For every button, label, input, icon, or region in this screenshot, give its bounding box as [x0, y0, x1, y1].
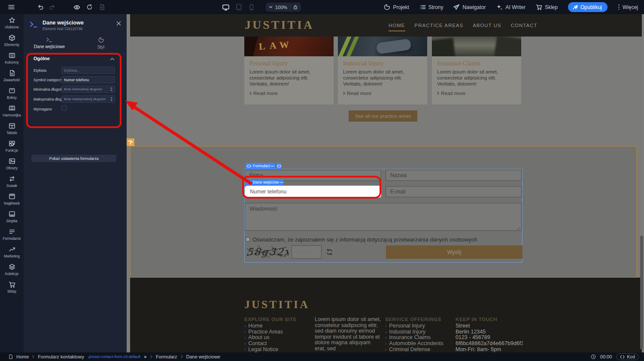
- tab-styl[interactable]: Styl: [75, 37, 127, 49]
- rail-item-naglowek[interactable]: Nagłówek: [0, 190, 24, 208]
- message-textarea[interactable]: [245, 203, 522, 231]
- resize-handle-icon[interactable]: [516, 226, 520, 230]
- rail-item-suwak[interactable]: Suwak: [0, 173, 24, 190]
- rail-item-ulubione[interactable]: Ulubione: [0, 14, 24, 32]
- chevron-right-icon: [249, 92, 252, 95]
- tab-dane-wejsciowe[interactable]: Dane wejściowe: [24, 37, 75, 49]
- footer-link-criminal-defense[interactable]: ›Criminal Defense: [385, 347, 444, 352]
- save-button[interactable]: [99, 4, 105, 10]
- pages-button[interactable]: Strony: [419, 4, 444, 10]
- rail-item-harmonijka[interactable]: Harmonijka: [0, 102, 24, 120]
- site-nav: HOME PRACTICE AREAS ABOUT US CONTACT: [389, 23, 538, 31]
- breadcrumb-page[interactable]: Formularz kontaktowy: [38, 354, 84, 359]
- email-input[interactable]: [386, 186, 522, 197]
- rail-item-stopka[interactable]: Stopka: [0, 208, 24, 226]
- form-tag[interactable]: Formularz: [245, 163, 273, 169]
- captcha-input[interactable]: [292, 245, 322, 259]
- minimalna-dlugosc-select[interactable]: Brak minimalnej długości: [61, 86, 115, 93]
- symbol-zastepczy-input[interactable]: [61, 76, 115, 83]
- main-menu-button[interactable]: [8, 3, 15, 11]
- preview-button[interactable]: [73, 4, 80, 11]
- columns-icon: [9, 52, 15, 59]
- phone-input-selected[interactable]: [245, 186, 381, 198]
- device-desktop-button[interactable]: [222, 3, 230, 11]
- star-icon: [9, 17, 15, 24]
- form-tag-duplicate[interactable]: [276, 163, 282, 169]
- rail-item-kolumny[interactable]: Kolumny: [0, 49, 24, 67]
- read-more-link[interactable]: Read more: [437, 91, 516, 96]
- redo-button[interactable]: [49, 4, 55, 10]
- footer-link-home[interactable]: ›Home: [244, 323, 283, 329]
- nazwa-input[interactable]: [386, 170, 522, 181]
- footer-link-insurance-claims[interactable]: ›Insurance Claims: [385, 335, 444, 341]
- more-button[interactable]: Więcej: [618, 4, 638, 10]
- footer-link-personal-injury[interactable]: ›Personal Injury: [385, 323, 444, 329]
- card-insurance-claims[interactable]: Insurance Claims Lorem ipsum dolor sit a…: [432, 37, 521, 104]
- publish-button[interactable]: Opublikuj: [568, 2, 608, 12]
- rail-item-funkcje[interactable]: Funkcje: [0, 138, 24, 155]
- see-all-practice-areas-button[interactable]: See all our practice areas: [349, 110, 417, 122]
- footer-link-about-us[interactable]: ›About us: [244, 335, 283, 341]
- paint-brush-icon: [128, 140, 133, 145]
- show-form-settings-button[interactable]: Pokaż ustawienia formularza: [31, 155, 116, 162]
- chevron-up-icon[interactable]: [110, 58, 115, 61]
- rail-item-sklep[interactable]: Sklep: [0, 278, 24, 296]
- maksymalna-dlugosc-select[interactable]: Brak maksymalnej długości: [61, 95, 115, 103]
- rail-item-boksy[interactable]: Boksy: [0, 85, 24, 102]
- consent-checkbox[interactable]: [246, 237, 250, 242]
- submit-button[interactable]: Wyślij: [386, 245, 522, 259]
- rail-item-tabele[interactable]: Tabele: [0, 120, 24, 138]
- zoom-control[interactable]: 100%: [266, 3, 301, 12]
- form-tag-menu[interactable]: [270, 163, 275, 169]
- panel-close-button[interactable]: [116, 21, 121, 26]
- refresh-button[interactable]: [86, 4, 93, 10]
- site-logo[interactable]: JUSTITIA: [245, 18, 314, 32]
- read-more-link[interactable]: Read more: [249, 91, 328, 96]
- code-button[interactable]: Kod: [616, 353, 639, 360]
- canvas-scrollbar[interactable]: [640, 236, 643, 349]
- footer-link-legal-notice[interactable]: ›Legal Notice: [244, 347, 283, 352]
- breadcrumb-preset-class[interactable]: .preset-contact-form-v3-default: [88, 355, 140, 359]
- undo-button[interactable]: [37, 4, 44, 10]
- rail-item-marketing[interactable]: Marketing: [0, 243, 24, 261]
- footer-link-practice-areas[interactable]: ›Practice Areas: [244, 329, 283, 335]
- section-drag-handle[interactable]: [127, 138, 134, 146]
- rail-item-formularze[interactable]: Formularze: [0, 226, 24, 243]
- input-tag-menu[interactable]: [279, 179, 284, 185]
- nav-practice-areas[interactable]: PRACTICE AREAS: [415, 23, 464, 31]
- device-mobile-button[interactable]: [248, 4, 255, 11]
- shop-button[interactable]: Sklep: [536, 4, 558, 10]
- nav-about-us[interactable]: ABOUT US: [473, 23, 501, 31]
- read-more-link[interactable]: Read more: [343, 91, 422, 96]
- breadcrumb-dane-wejsciowe[interactable]: Dane wejściowe: [186, 354, 220, 359]
- site-header: JUSTITIA HOME PRACTICE AREAS ABOUT US CO…: [130, 14, 642, 37]
- footer-link-industrial-injury[interactable]: ›Industrial Injury: [385, 329, 444, 335]
- input-element-tag[interactable]: Dane wejściowe: [245, 179, 283, 185]
- breadcrumb-formularz[interactable]: Formularz: [156, 354, 177, 359]
- settings-panel: Dane wejściowe Element #ed-726125796 Dan…: [24, 14, 127, 352]
- device-tablet-button[interactable]: [235, 3, 243, 11]
- rail-item-obrazy[interactable]: Obrazy: [0, 155, 24, 173]
- nav-contact[interactable]: CONTACT: [511, 23, 538, 31]
- rail-item-zawartosc[interactable]: Zawartość: [0, 67, 24, 85]
- project-button[interactable]: Projekt: [384, 4, 409, 10]
- navigator-button[interactable]: Nawigator: [453, 4, 486, 10]
- wymagane-checkbox[interactable]: [61, 105, 67, 111]
- etykieta-input[interactable]: [61, 67, 115, 74]
- document-icon: [9, 70, 15, 76]
- consent-row: Oświadczam, że zapoznałem się z informac…: [246, 236, 486, 243]
- trend-up-icon: [9, 246, 15, 253]
- lock-icon[interactable]: [293, 4, 298, 10]
- footer-link-contact[interactable]: ›Contact: [244, 341, 283, 347]
- footer-explore-links: ›Home ›Practice Areas ›About us ›Contact…: [244, 323, 283, 352]
- breadcrumb-home[interactable]: Home: [16, 354, 29, 359]
- rail-item-kolekcje[interactable]: Kolekcje: [0, 261, 24, 278]
- captcha-refresh-icon[interactable]: [326, 248, 333, 256]
- card-personal-injury[interactable]: LAW Personal Injury Lorem ipsum dolor si…: [244, 37, 334, 104]
- nav-home[interactable]: HOME: [389, 23, 405, 31]
- card-industrial-injury[interactable]: Industrial Injury Lorem ipsum dolor sit …: [338, 37, 427, 104]
- rail-item-elementy[interactable]: Elementy: [0, 32, 24, 49]
- ai-writer-button[interactable]: AI Writer: [496, 4, 525, 11]
- footer-link-automobile-accidents[interactable]: ›Automobile Accindents: [385, 341, 444, 347]
- contact-hours: Mon-Fri: 8am- 5pm: [456, 347, 523, 352]
